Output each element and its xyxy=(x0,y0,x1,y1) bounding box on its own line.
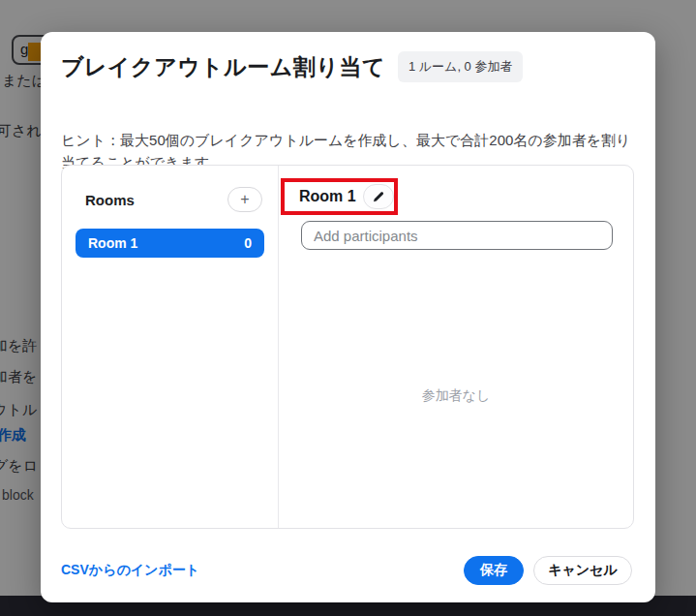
add-room-button[interactable]: + xyxy=(227,187,262,212)
room-item-count: 0 xyxy=(244,235,252,251)
dialog-title: ブレイクアウトルーム割り当て xyxy=(61,52,385,82)
cancel-button[interactable]: キャンセル xyxy=(533,556,632,585)
rename-room-button[interactable] xyxy=(363,184,394,209)
screen: g または 可され 加を許 加者を ウトル 作成 グをロ block ブレイクア… xyxy=(0,0,696,616)
room-count-badge: 1 ルーム, 0 参加者 xyxy=(398,51,524,82)
add-participants-input[interactable] xyxy=(301,221,613,250)
room-detail-name: Room 1 xyxy=(299,188,356,205)
rooms-list-header: Rooms + xyxy=(62,166,278,212)
save-button[interactable]: 保存 xyxy=(464,556,524,585)
breakout-room-assign-dialog: ブレイクアウトルーム割り当て 1 ルーム, 0 参加者 ヒント：最大50個のブレ… xyxy=(41,32,655,602)
no-participants-text: 参加者なし xyxy=(279,387,633,405)
rooms-list-panel: Rooms + Room 1 0 xyxy=(62,166,279,528)
room-title-annotation-highlight: Room 1 xyxy=(281,178,398,215)
room-list-item[interactable]: Room 1 0 xyxy=(76,229,264,258)
footer-buttons: 保存 キャンセル xyxy=(464,556,632,585)
rooms-header-label: Rooms xyxy=(85,192,135,208)
rooms-panel-container: Rooms + Room 1 0 Room 1 xyxy=(61,165,634,529)
dialog-header: ブレイクアウトルーム割り当て 1 ルーム, 0 参加者 xyxy=(61,51,523,82)
room-item-name: Room 1 xyxy=(88,235,137,251)
room-detail-panel: Room 1 参加者なし xyxy=(279,166,633,528)
csv-import-link[interactable]: CSVからのインポート xyxy=(61,562,199,579)
dialog-footer: CSVからのインポート 保存 キャンセル xyxy=(41,556,655,585)
plus-icon: + xyxy=(240,192,249,207)
pencil-icon xyxy=(372,191,384,203)
